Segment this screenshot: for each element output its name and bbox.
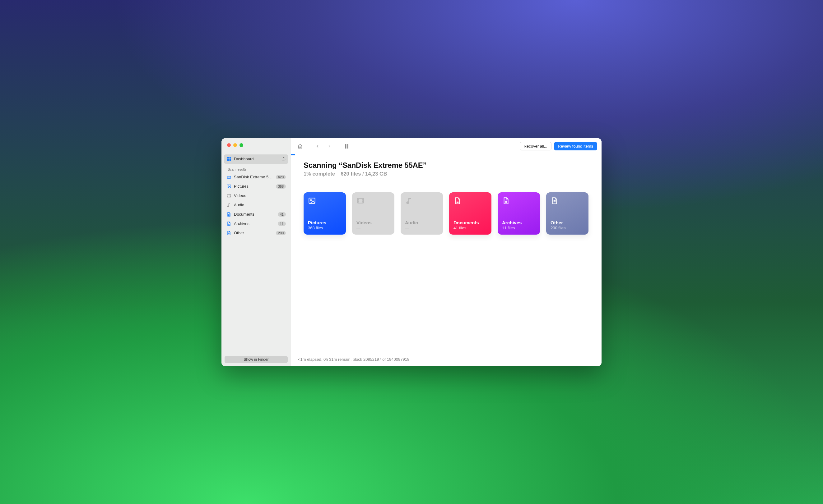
count-badge: 200 xyxy=(276,231,286,235)
pause-scan-button[interactable] xyxy=(342,142,351,151)
sidebar-footer: Show in Finder xyxy=(221,353,291,366)
sidebar-item-label: Other xyxy=(234,231,274,235)
card-title: Archives xyxy=(502,220,536,225)
zoom-window-button[interactable] xyxy=(239,143,243,147)
sidebar-item-audio[interactable]: Audio xyxy=(224,200,288,210)
status-bar: <1m elapsed, 0h 31m remain, block 208521… xyxy=(291,355,602,366)
svg-rect-2 xyxy=(230,157,231,158)
svg-rect-3 xyxy=(227,159,228,160)
category-card-pictures[interactable]: Pictures368 files xyxy=(304,192,346,235)
app-window: Dashboard Scan results SanDisk Extreme 5… xyxy=(221,138,602,366)
doc-icon xyxy=(454,197,462,205)
svg-rect-28 xyxy=(505,201,506,202)
card-title: Videos xyxy=(356,220,390,225)
svg-rect-19 xyxy=(227,185,231,188)
count-badge: 620 xyxy=(276,175,286,179)
svg-rect-8 xyxy=(230,160,231,161)
home-button[interactable] xyxy=(296,142,305,151)
scanning-spinner-icon xyxy=(282,157,286,161)
sidebar-item-image[interactable]: Pictures368 xyxy=(224,182,288,191)
svg-rect-7 xyxy=(228,160,229,161)
svg-rect-27 xyxy=(357,198,364,203)
svg-rect-22 xyxy=(228,224,229,225)
svg-point-9 xyxy=(283,157,284,158)
sidebar-item-label: Archives xyxy=(234,221,275,226)
image-icon xyxy=(226,184,231,189)
close-window-button[interactable] xyxy=(227,143,231,147)
other-icon xyxy=(550,197,558,205)
sidebar-item-dashboard[interactable]: Dashboard xyxy=(224,155,288,164)
svg-rect-21 xyxy=(227,194,231,197)
svg-point-11 xyxy=(285,159,286,160)
sidebar: Dashboard Scan results SanDisk Extreme 5… xyxy=(221,138,291,366)
card-subtitle: 41 files xyxy=(454,226,487,230)
count-badge: 368 xyxy=(276,184,286,189)
window-controls xyxy=(221,138,291,151)
category-card-other[interactable]: Other200 files xyxy=(546,192,589,235)
card-subtitle: 368 files xyxy=(308,226,341,230)
sidebar-item-label: Audio xyxy=(234,203,286,207)
svg-rect-23 xyxy=(345,144,346,149)
audio-icon xyxy=(226,203,231,208)
svg-rect-24 xyxy=(347,144,349,149)
svg-rect-5 xyxy=(230,159,231,160)
svg-point-10 xyxy=(285,158,285,158)
svg-point-13 xyxy=(283,160,284,161)
card-title: Other xyxy=(550,220,584,225)
svg-point-12 xyxy=(285,160,285,160)
main-panel: Recover all... Review found items Scanni… xyxy=(291,138,602,366)
sidebar-nav: Dashboard Scan results SanDisk Extreme 5… xyxy=(221,151,291,353)
category-card-documents[interactable]: Documents41 files xyxy=(449,192,491,235)
show-in-finder-button[interactable]: Show in Finder xyxy=(224,356,288,363)
svg-point-18 xyxy=(228,178,228,178)
review-found-items-button[interactable]: Review found items xyxy=(554,142,597,151)
svg-point-20 xyxy=(228,186,228,186)
scan-progress-fill xyxy=(291,154,295,155)
svg-rect-25 xyxy=(309,198,315,203)
card-subtitle: — xyxy=(356,226,390,230)
status-text: <1m elapsed, 0h 31m remain, block 208521… xyxy=(298,357,409,362)
content-area: Scanning “SanDisk Extreme 55AE” 1% compl… xyxy=(291,155,602,355)
forward-button[interactable] xyxy=(325,142,334,151)
scan-progress-bar xyxy=(291,154,602,155)
archive-icon xyxy=(226,221,231,226)
card-subtitle: 200 files xyxy=(550,226,584,230)
count-badge: 11 xyxy=(278,222,286,226)
category-cards: Pictures368 filesVideos—Audio—Documents4… xyxy=(304,192,589,235)
recover-all-button[interactable]: Recover all... xyxy=(520,142,551,151)
other-icon xyxy=(226,231,231,236)
sidebar-item-video[interactable]: Videos xyxy=(224,191,288,200)
sidebar-item-label: SanDisk Extreme 5… xyxy=(234,175,274,179)
svg-rect-1 xyxy=(228,157,229,158)
grid-icon xyxy=(226,157,231,162)
category-card-videos: Videos— xyxy=(352,192,394,235)
audio-icon xyxy=(405,197,413,205)
sidebar-item-other[interactable]: Other200 xyxy=(224,228,288,238)
card-subtitle: 11 files xyxy=(502,226,536,230)
sidebar-item-label: Dashboard xyxy=(234,157,279,161)
sidebar-item-label: Documents xyxy=(234,212,275,217)
page-subtitle: 1% complete – 620 files / 14,23 GB xyxy=(304,171,589,177)
svg-rect-4 xyxy=(228,159,229,160)
count-badge: 41 xyxy=(278,212,286,217)
video-icon xyxy=(356,197,364,205)
doc-icon xyxy=(226,212,231,217)
category-card-archives[interactable]: Archives11 files xyxy=(498,192,540,235)
card-subtitle: — xyxy=(405,226,439,230)
toolbar: Recover all... Review found items xyxy=(291,138,602,155)
sidebar-item-label: Pictures xyxy=(234,184,274,189)
sidebar-item-label: Videos xyxy=(234,193,286,198)
drive-icon xyxy=(226,175,231,180)
svg-point-14 xyxy=(283,160,283,160)
svg-rect-6 xyxy=(227,160,228,161)
back-button[interactable] xyxy=(313,142,322,151)
minimize-window-button[interactable] xyxy=(233,143,237,147)
sidebar-item-drive[interactable]: SanDisk Extreme 5…620 xyxy=(224,173,288,182)
category-card-audio: Audio— xyxy=(400,192,443,235)
sidebar-item-archive[interactable]: Archives11 xyxy=(224,219,288,228)
page-title: Scanning “SanDisk Extreme 55AE” xyxy=(304,161,589,170)
sidebar-item-doc[interactable]: Documents41 xyxy=(224,210,288,219)
card-title: Pictures xyxy=(308,220,341,225)
card-title: Audio xyxy=(405,220,439,225)
sidebar-section-header: Scan results xyxy=(224,164,288,173)
